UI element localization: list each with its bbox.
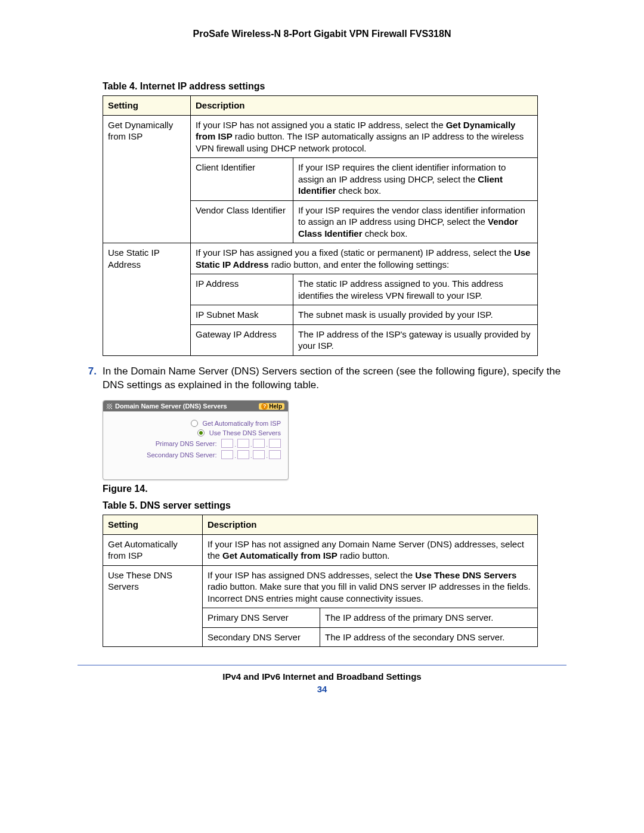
option-use-these-dns: Use These DNS Servers — [209, 429, 281, 436]
text: radio button. — [338, 550, 390, 561]
text: If your ISP has assigned DNS addresses, … — [208, 570, 415, 580]
table4-caption: Table 4. Internet IP address settings — [103, 81, 566, 92]
table4-clientid-label: Client Identifier — [191, 158, 293, 201]
text: If your ISP has not assigned you a stati… — [196, 120, 446, 130]
text: radio button. Make sure that you fill in… — [208, 581, 531, 603]
text: If your ISP has assigned you a fixed (st… — [196, 247, 514, 258]
table4-ipaddr-desc: The static IP address assigned to you. T… — [293, 274, 538, 305]
table5-auto-desc: If your ISP has not assigned any Domain … — [203, 534, 538, 565]
footer-page-number: 34 — [78, 684, 566, 694]
table5-secondary-desc: The IP address of the secondary DNS serv… — [320, 627, 538, 647]
figure14-caption: Figure 14. — [103, 484, 566, 494]
table5-auto-label: Get Automatically from ISP — [103, 534, 203, 565]
table4: Setting Description Get Dynamically from… — [103, 95, 538, 356]
table5-secondary-label: Secondary DNS Server — [203, 627, 320, 647]
help-label: Help — [269, 403, 282, 410]
document-page: ProSafe Wireless-N 8-Port Gigabit VPN Fi… — [0, 0, 644, 833]
table4-vendor-desc: If your ISP requires the vendor class id… — [293, 200, 538, 243]
table4-clientid-desc: If your ISP requires the client identifi… — [293, 158, 538, 201]
bold-text: Get Automatically from ISP — [222, 550, 338, 561]
table4-dyn-label: Get Dynamically from ISP — [103, 115, 191, 243]
table4-subnet-desc: The subnet mask is usually provided by y… — [293, 305, 538, 325]
help-icon: ? — [261, 403, 268, 410]
radio-use-these-dns[interactable] — [197, 429, 205, 436]
footer-rule — [78, 665, 566, 665]
table4-ipaddr-label: IP Address — [191, 274, 293, 305]
text: radio button. The ISP automatically assi… — [196, 131, 524, 153]
dns-panel-header: Domain Name Server (DNS) Servers ? Help — [103, 401, 288, 411]
step-text: In the Domain Name Server (DNS) Servers … — [103, 364, 566, 392]
table5-primary-label: Primary DNS Server — [203, 608, 320, 628]
step-7: 7. In the Domain Name Server (DNS) Serve… — [78, 364, 566, 392]
document-title: ProSafe Wireless-N 8-Port Gigabit VPN Fi… — [78, 29, 566, 39]
table5-caption: Table 5. DNS server settings — [103, 500, 566, 511]
table4-static-label: Use Static IP Address — [103, 243, 191, 356]
text: If your ISP requires the client identifi… — [298, 162, 506, 184]
table4-gateway-desc: The IP address of the ISP's gateway is u… — [293, 324, 538, 355]
table5-header-description: Description — [203, 515, 538, 535]
dns-panel-title: Domain Name Server (DNS) Servers — [115, 402, 227, 410]
table5-primary-desc: The IP address of the primary DNS server… — [320, 608, 538, 628]
primary-dns-input[interactable]: ... — [221, 439, 281, 448]
text: check box. — [336, 185, 381, 196]
step-number: 7. — [78, 364, 97, 392]
table4-header-setting: Setting — [103, 96, 191, 116]
bold-text: Use These DNS Servers — [415, 570, 516, 580]
text: check box. — [363, 228, 408, 239]
table4-vendor-label: Vendor Class Identifier — [191, 200, 293, 243]
table4-gateway-label: Gateway IP Address — [191, 324, 293, 355]
grip-icon — [107, 404, 112, 409]
table5-use-desc: If your ISP has assigned DNS addresses, … — [203, 565, 538, 608]
table4-subnet-label: IP Subnet Mask — [191, 305, 293, 325]
secondary-dns-input[interactable]: ... — [221, 450, 281, 459]
secondary-dns-label: Secondary DNS Server: — [110, 451, 216, 459]
option-get-automatically: Get Automatically from ISP — [203, 420, 281, 427]
table5-use-label: Use These DNS Servers — [103, 565, 203, 647]
dns-panel: Domain Name Server (DNS) Servers ? Help … — [103, 400, 289, 480]
radio-get-automatically[interactable] — [191, 420, 198, 427]
table4-header-description: Description — [191, 96, 538, 116]
help-badge[interactable]: ? Help — [259, 403, 284, 410]
text: radio button, and enter the following se… — [269, 259, 450, 270]
footer-section-title: IPv4 and IPv6 Internet and Broadband Set… — [78, 671, 566, 682]
dns-panel-body: Get Automatically from ISP Use These DNS… — [103, 411, 288, 479]
table5: Setting Description Get Automatically fr… — [103, 515, 538, 647]
primary-dns-label: Primary DNS Server: — [110, 440, 216, 447]
table5-header-setting: Setting — [103, 515, 203, 535]
table4-dyn-desc: If your ISP has not assigned you a stati… — [191, 115, 538, 158]
table4-static-desc: If your ISP has assigned you a fixed (st… — [191, 243, 538, 274]
